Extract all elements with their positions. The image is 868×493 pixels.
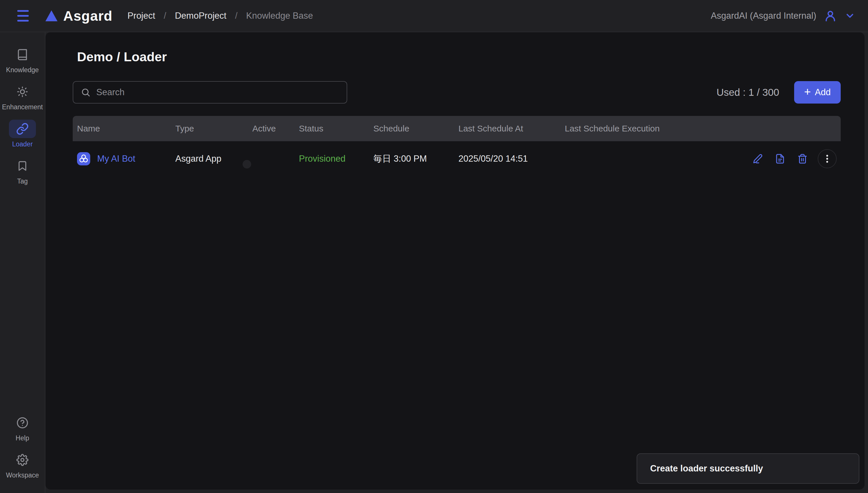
brand[interactable]: Asgard	[45, 8, 112, 24]
help-icon	[9, 414, 36, 432]
account-name: AsgardAI (Asgard Internal)	[711, 10, 816, 21]
add-button-label: Add	[815, 87, 831, 98]
loader-table: Name Type Active Status Schedule Last Sc…	[73, 116, 841, 176]
sidebar: Knowledge Enhancement Loader	[0, 32, 45, 493]
controls-row: Used : 1 / 300 + Add	[73, 81, 841, 104]
page-title: Demo / Loader	[77, 49, 841, 64]
column-header-last-schedule-at: Last Schedule At	[454, 124, 561, 133]
table-header: Name Type Active Status Schedule Last Sc…	[73, 116, 841, 141]
cell-type: Asgard App	[171, 154, 248, 164]
cell-name: My AI Bot	[73, 152, 171, 165]
column-header-type: Type	[171, 124, 248, 133]
breadcrumb-demoproject[interactable]: DemoProject	[175, 10, 226, 21]
link-icon	[9, 120, 36, 138]
sidebar-item-label: Enhancement	[2, 103, 43, 111]
status-badge: Provisioned	[295, 154, 369, 164]
trash-icon[interactable]	[795, 152, 810, 166]
column-header-schedule: Schedule	[369, 124, 454, 133]
sidebar-item-tag[interactable]: Tag	[1, 157, 44, 185]
sidebar-item-knowledge[interactable]: Knowledge	[1, 45, 44, 74]
brand-name: Asgard	[63, 8, 112, 24]
sidebar-item-workspace[interactable]: Workspace	[1, 451, 44, 479]
column-header-active: Active	[248, 124, 295, 133]
toast-message: Create loader successfully	[650, 464, 763, 474]
sidebar-item-label: Knowledge	[6, 66, 39, 74]
breadcrumb: Project / DemoProject / Knowledge Base	[127, 10, 313, 21]
book-icon	[9, 45, 36, 64]
breadcrumb-knowledge-base: Knowledge Base	[246, 10, 313, 21]
user-icon[interactable]	[824, 9, 837, 22]
app-badge-icon	[77, 152, 90, 165]
sidebar-item-label: Workspace	[6, 471, 39, 479]
edit-icon[interactable]	[750, 152, 765, 166]
search-input[interactable]	[96, 87, 339, 98]
bookmark-icon	[9, 157, 36, 175]
toast-notification: Create loader successfully	[637, 453, 860, 484]
sidebar-item-help[interactable]: Help	[1, 414, 44, 442]
plus-icon: +	[804, 86, 811, 98]
column-header-last-schedule-execution: Last Schedule Execution	[561, 124, 841, 133]
top-bar: Asgard Project / DemoProject / Knowledge…	[0, 0, 868, 32]
more-options-icon[interactable]	[818, 149, 837, 168]
gear-icon	[9, 451, 36, 469]
cell-last-schedule-at: 2025/05/20 14:51	[454, 154, 561, 164]
main-panel: Demo / Loader Used : 1 / 300 + Add Name …	[45, 32, 865, 490]
sidebar-item-label: Help	[16, 434, 29, 442]
sidebar-item-label: Loader	[12, 141, 33, 148]
row-actions	[746, 141, 837, 176]
table-row: My AI Bot Asgard App Provisioned 毎日 3:00…	[73, 141, 841, 176]
breadcrumb-separator: /	[235, 10, 238, 21]
cell-schedule: 毎日 3:00 PM	[369, 153, 454, 165]
search-icon	[81, 87, 91, 97]
sidebar-item-enhancement[interactable]: Enhancement	[1, 83, 44, 111]
usage-counter: Used : 1 / 300	[716, 87, 779, 98]
logo-triangle-icon	[45, 10, 58, 22]
search-box[interactable]	[73, 81, 347, 104]
column-header-name: Name	[73, 124, 171, 133]
document-icon[interactable]	[773, 152, 787, 166]
breadcrumb-separator: /	[164, 10, 166, 21]
menu-icon[interactable]	[17, 10, 30, 22]
account-area[interactable]: AsgardAI (Asgard Internal)	[711, 9, 855, 22]
sidebar-item-loader[interactable]: Loader	[1, 120, 44, 148]
loader-name-link[interactable]: My AI Bot	[97, 154, 135, 164]
sidebar-item-label: Tag	[17, 177, 28, 185]
chevron-down-icon[interactable]	[844, 10, 855, 21]
add-button[interactable]: + Add	[794, 81, 841, 104]
sun-icon	[9, 83, 36, 101]
column-header-status: Status	[295, 124, 369, 133]
breadcrumb-project[interactable]: Project	[127, 10, 155, 21]
